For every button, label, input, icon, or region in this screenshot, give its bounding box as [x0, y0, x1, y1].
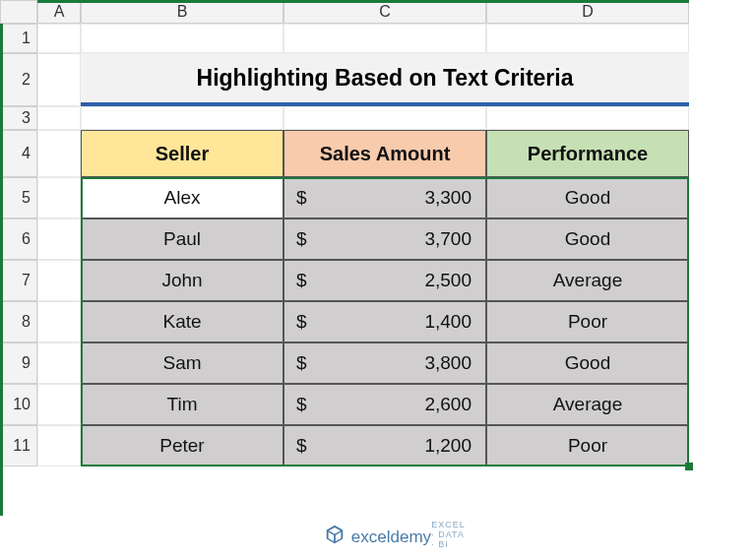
row-header-6[interactable]: 6	[0, 218, 37, 260]
cell-seller[interactable]: Sam	[81, 342, 283, 384]
currency-symbol: $	[296, 270, 307, 291]
col-header-D[interactable]: D	[486, 0, 689, 24]
cell-amount[interactable]: $1,400	[283, 301, 486, 342]
cell-D1[interactable]	[486, 24, 689, 53]
row-header-4[interactable]: 4	[0, 130, 37, 177]
currency-symbol: $	[296, 228, 307, 250]
cell-amount[interactable]: $3,300	[283, 177, 486, 218]
currency-symbol: $	[296, 394, 307, 415]
cell-seller[interactable]: Kate	[81, 301, 283, 342]
row-header-5[interactable]: 5	[0, 177, 37, 218]
cell-performance[interactable]: Good	[486, 342, 689, 384]
cell-amount[interactable]: $2,500	[283, 260, 486, 301]
cell-performance[interactable]: Good	[486, 218, 689, 260]
title-merged-cell[interactable]: Highlighting Based on Text Criteria	[81, 53, 689, 106]
header-performance[interactable]: Performance	[486, 130, 689, 177]
cell-seller[interactable]: John	[81, 260, 283, 301]
amount-value: 3,300	[424, 187, 472, 209]
cell-amount[interactable]: $1,200	[283, 425, 486, 467]
cell-A8[interactable]	[37, 301, 81, 342]
currency-symbol: $	[296, 435, 307, 457]
cell-seller[interactable]: Paul	[81, 218, 283, 260]
cell-C3[interactable]	[283, 106, 486, 130]
currency-symbol: $	[296, 187, 307, 209]
cell-performance[interactable]: Poor	[486, 301, 689, 342]
amount-value: 1,400	[424, 311, 472, 333]
cell-seller[interactable]: Alex	[81, 177, 283, 218]
watermark-brand: exceldemy	[351, 528, 431, 546]
cell-A7[interactable]	[37, 260, 81, 301]
row-header-3[interactable]: 3	[0, 106, 37, 130]
cell-A2[interactable]	[37, 53, 81, 106]
cell-A11[interactable]	[37, 425, 81, 467]
cell-A10[interactable]	[37, 384, 81, 425]
cell-B1[interactable]	[81, 24, 283, 53]
watermark-tagline: EXCEL · DATA · BI	[431, 520, 465, 549]
watermark-logo: exceldemy EXCEL · DATA · BI	[0, 524, 755, 550]
col-header-B[interactable]: B	[81, 0, 283, 24]
amount-value: 1,200	[424, 435, 472, 457]
cell-seller[interactable]: Tim	[81, 384, 283, 425]
spreadsheet-grid: A B C D 1 2 Highlighting Based on Text C…	[0, 0, 755, 467]
cell-performance[interactable]: Good	[486, 177, 689, 218]
row-header-7[interactable]: 7	[0, 260, 37, 301]
cell-A4[interactable]	[37, 130, 81, 177]
currency-symbol: $	[296, 352, 307, 374]
cell-C1[interactable]	[283, 24, 486, 53]
amount-value: 3,700	[424, 228, 472, 250]
row-header-11[interactable]: 11	[0, 425, 37, 467]
cell-seller[interactable]: Peter	[81, 425, 283, 467]
row-header-10[interactable]: 10	[0, 384, 37, 425]
row-header-9[interactable]: 9	[0, 342, 37, 384]
amount-value: 3,800	[424, 352, 472, 374]
cell-performance[interactable]: Average	[486, 260, 689, 301]
col-header-A[interactable]: A	[37, 0, 81, 24]
cell-A1[interactable]	[37, 24, 81, 53]
row-header-1[interactable]: 1	[0, 24, 37, 53]
select-all-corner[interactable]	[0, 0, 37, 24]
cell-amount[interactable]: $3,700	[283, 218, 486, 260]
cell-A5[interactable]	[37, 177, 81, 218]
cell-amount[interactable]: $2,600	[283, 384, 486, 425]
header-seller[interactable]: Seller	[81, 130, 283, 177]
cell-performance[interactable]: Average	[486, 384, 689, 425]
cell-A6[interactable]	[37, 218, 81, 260]
col-header-C[interactable]: C	[283, 0, 486, 24]
cell-B3[interactable]	[81, 106, 283, 130]
cell-performance[interactable]: Poor	[486, 425, 689, 467]
cell-A3[interactable]	[37, 106, 81, 130]
cell-A9[interactable]	[37, 342, 81, 384]
row-header-8[interactable]: 8	[0, 301, 37, 342]
amount-value: 2,500	[424, 270, 472, 291]
amount-value: 2,600	[424, 394, 472, 415]
cell-amount[interactable]: $3,800	[283, 342, 486, 384]
cell-D3[interactable]	[486, 106, 689, 130]
header-amount[interactable]: Sales Amount	[283, 130, 486, 177]
cube-icon	[324, 524, 346, 550]
currency-symbol: $	[296, 311, 307, 333]
row-header-2[interactable]: 2	[0, 53, 37, 106]
